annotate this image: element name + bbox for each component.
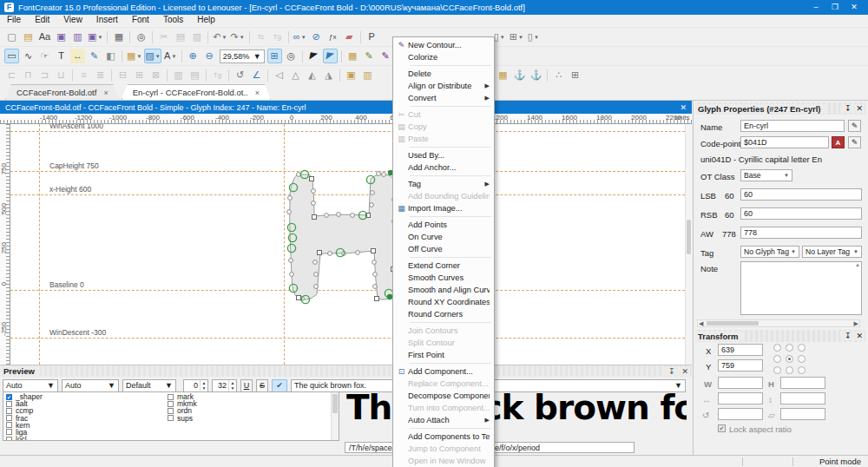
menu-help[interactable]: Help xyxy=(197,15,215,27)
menu-item-add-anchor[interactable]: Add Anchor... xyxy=(393,161,494,174)
curve-select-icon[interactable]: ∿ xyxy=(21,49,36,63)
align-left-icon[interactable]: ⊏ xyxy=(4,68,19,82)
copy-component-icon[interactable]: Tc xyxy=(253,30,268,44)
h-field[interactable] xyxy=(780,377,825,389)
origin-radio-center[interactable] xyxy=(786,355,793,363)
glyph-edit-canvas[interactable]: WinAscent 1000CapHeight 750x-Height 600B… xyxy=(10,124,685,365)
show-anchors-icon[interactable]: ⚓ xyxy=(512,68,527,82)
features-list-scrollbar[interactable] xyxy=(331,392,339,440)
lsb-field[interactable]: 60 xyxy=(740,188,862,201)
flip-horizontal-icon[interactable]: ◁ xyxy=(272,68,286,82)
edit-codepoints-icon[interactable]: ✎ xyxy=(848,136,861,148)
minimize-button[interactable]: – xyxy=(806,0,825,15)
fill-mode-icon[interactable]: ▨▼ xyxy=(144,49,161,63)
feature-checkbox[interactable] xyxy=(168,394,174,400)
feature-item-sups[interactable]: sups xyxy=(168,415,326,422)
copy-icon[interactable]: ▤ xyxy=(173,30,187,44)
close-icon[interactable]: ✕ xyxy=(856,104,863,113)
menu-item-used-by[interactable]: Used By... xyxy=(393,149,494,161)
tab-close-icon[interactable]: × xyxy=(255,89,260,97)
strikeout-button[interactable]: S xyxy=(256,379,268,392)
glyph-outline[interactable] xyxy=(10,124,685,365)
menu-item-delete[interactable]: Delete xyxy=(393,68,494,80)
feature-checkbox[interactable] xyxy=(168,401,174,407)
skew-field[interactable] xyxy=(780,408,825,420)
w-field[interactable] xyxy=(718,377,763,389)
menu-item-on-curve[interactable]: On Curve xyxy=(393,231,494,243)
menu-item-round-corners[interactable]: Round Corners xyxy=(393,308,494,320)
feature-checkbox[interactable] xyxy=(6,437,12,441)
feature-checkbox[interactable] xyxy=(168,415,174,421)
close-button[interactable]: ✕ xyxy=(845,0,864,15)
y-field[interactable]: 759 xyxy=(718,359,763,372)
rsb-field[interactable]: 60 xyxy=(740,207,862,220)
close-icon[interactable]: ✕ xyxy=(856,332,863,340)
menu-edit[interactable]: Edit xyxy=(35,15,49,27)
menu-insert[interactable]: Insert xyxy=(96,15,118,27)
feature-item-_shaper[interactable]: ✔_shaper xyxy=(6,393,165,400)
rotate-field[interactable] xyxy=(718,408,763,420)
match-width-icon[interactable]: ⊟ xyxy=(115,68,130,82)
new-font-icon[interactable]: ▢ xyxy=(4,30,19,44)
origin-radio-s[interactable] xyxy=(786,366,793,374)
match-size-icon[interactable]: ⊠ xyxy=(148,68,163,82)
draw-contour-icon[interactable]: ✎ xyxy=(87,49,102,63)
freehand-icon[interactable]: ✎ xyxy=(378,49,393,63)
menu-file[interactable]: File xyxy=(7,15,21,27)
menu-item-auto-attach[interactable]: Auto Attach▶ xyxy=(393,414,494,426)
origin-radio-ne[interactable] xyxy=(798,344,806,352)
feature-item-locl[interactable]: locl xyxy=(6,436,165,441)
note-textarea[interactable] xyxy=(740,261,862,315)
contour-mode-icon[interactable]: ◤ xyxy=(306,49,321,63)
edit-name-icon[interactable]: ✎ xyxy=(848,120,861,132)
feature-checkbox[interactable] xyxy=(6,408,12,414)
menu-item-convert[interactable]: Convert▶ xyxy=(393,92,494,104)
union-icon[interactable]: ▣ xyxy=(344,68,358,82)
flip-vertical-icon[interactable]: △ xyxy=(288,68,303,82)
layer-tag-select[interactable]: No Layer Tag▼ xyxy=(802,246,862,258)
menu-item-round-xy-coordinates[interactable]: Round XY Coordinates xyxy=(393,296,494,308)
paste-icon[interactable]: ▥ xyxy=(189,30,204,44)
menu-item-add-component[interactable]: ⊡Add Component... xyxy=(393,365,494,378)
link-composite-icon[interactable]: ∞▼ xyxy=(293,30,307,44)
menu-item-off-curve[interactable]: Off Curve xyxy=(393,243,494,255)
menu-font[interactable]: Font xyxy=(132,15,149,27)
menu-item-colorize[interactable]: Colorize xyxy=(393,51,494,63)
distribute-v-icon[interactable]: ≣ xyxy=(93,68,108,82)
menu-item-add-components-to-text[interactable]: Add Components to Text xyxy=(393,431,494,443)
rotate-tool-icon[interactable]: ↺ xyxy=(233,68,247,82)
origin-radio-se[interactable] xyxy=(798,366,806,374)
aw-field[interactable]: 778 xyxy=(740,227,862,239)
preview-script-select[interactable]: Auto▼ xyxy=(62,379,119,392)
close-icon[interactable]: ✕ xyxy=(681,367,688,376)
cut-icon[interactable]: ✂ xyxy=(156,30,171,44)
rotate-ccw-icon[interactable]: ◭ xyxy=(305,68,319,82)
feature-checkbox[interactable] xyxy=(6,401,12,407)
center-vertical-icon[interactable]: ▤ xyxy=(187,68,202,82)
pan-hand-icon[interactable]: ☞ xyxy=(37,49,52,63)
menu-item-import-image[interactable]: ▦Import Image... xyxy=(393,202,494,214)
exclude-icon[interactable]: ▥ xyxy=(360,68,375,82)
menu-item-align-or-distribute[interactable]: Align or Distribute▶ xyxy=(393,80,494,92)
preview-font-select[interactable]: Auto▼ xyxy=(3,379,58,392)
pin-icon[interactable]: ↧ xyxy=(668,367,675,376)
glyph-properties-scrollbar[interactable]: ◀ ▶ xyxy=(697,319,860,327)
save-copy-icon[interactable]: ▥ xyxy=(70,30,85,44)
save-icon[interactable]: ▣ xyxy=(54,30,69,44)
menu-item-decompose-components[interactable]: Decompose Components xyxy=(393,390,494,402)
measure-icon[interactable]: ↔ xyxy=(70,49,85,63)
origin-radio-nw[interactable] xyxy=(773,344,781,352)
feature-checkbox[interactable]: ✔ xyxy=(6,394,12,400)
print-icon[interactable]: ▦ xyxy=(111,30,126,44)
scroll-right-icon[interactable]: ▶ xyxy=(854,320,858,327)
codepoints-field[interactable]: $041D xyxy=(740,136,829,148)
paste-component-icon[interactable]: Tg xyxy=(270,30,285,44)
page-setup-icon[interactable]: ▯▼ xyxy=(526,30,541,44)
font-overview-icon[interactable]: Aa xyxy=(37,30,52,44)
name-field[interactable]: En-cyrl xyxy=(740,120,845,132)
feature-item-kern[interactable]: kern xyxy=(6,422,165,429)
knife-icon[interactable]: ✎ xyxy=(362,49,377,63)
lock-anchors-icon[interactable]: ⚓ xyxy=(529,68,543,82)
feature-checkbox[interactable] xyxy=(6,422,12,428)
zoom-window-icon[interactable]: ◎ xyxy=(284,49,299,63)
